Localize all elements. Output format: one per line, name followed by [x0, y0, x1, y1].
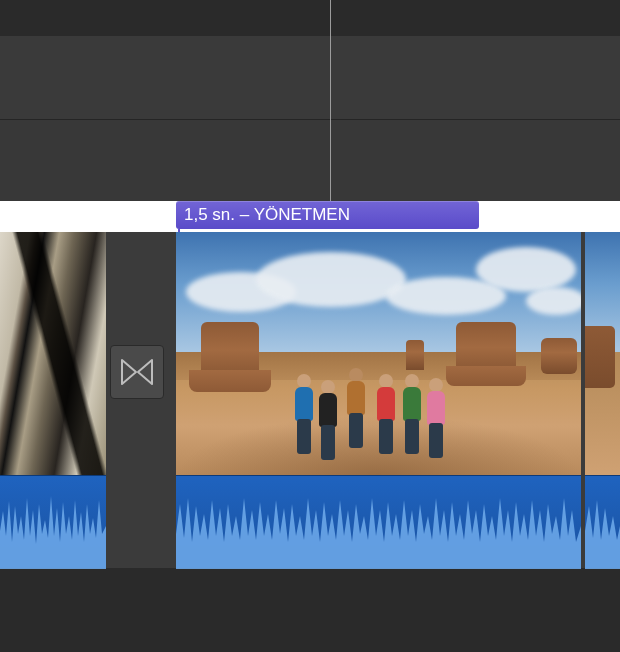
transition-icon [120, 358, 154, 386]
window-top-bar [0, 0, 620, 36]
waveform-icon [176, 476, 581, 569]
title-name: YÖNETMEN [254, 205, 350, 224]
timeline-clip-next[interactable] [585, 232, 620, 475]
waveform-icon [0, 476, 106, 569]
clip-audio-track[interactable] [585, 475, 620, 568]
title-separator: – [235, 205, 254, 224]
transition-cross-dissolve[interactable] [110, 345, 164, 399]
title-duration: 1,5 sn. [184, 205, 235, 224]
spacer-area [0, 120, 620, 201]
toolbar-area [0, 36, 620, 120]
clip-thumbnail-overlay [0, 232, 106, 475]
clip-audio-track[interactable] [0, 475, 106, 568]
timeline-clip-main[interactable] [176, 232, 581, 568]
waveform-icon [585, 476, 620, 569]
clip-audio-track[interactable] [176, 475, 581, 568]
title-chip[interactable]: 1,5 sn. – YÖNETMEN [176, 201, 479, 229]
timeline-clip-prev[interactable] [0, 232, 106, 568]
window-bottom-bar [0, 568, 620, 652]
clip-thumbnail [176, 232, 581, 475]
callout-leader-line [330, 0, 331, 208]
